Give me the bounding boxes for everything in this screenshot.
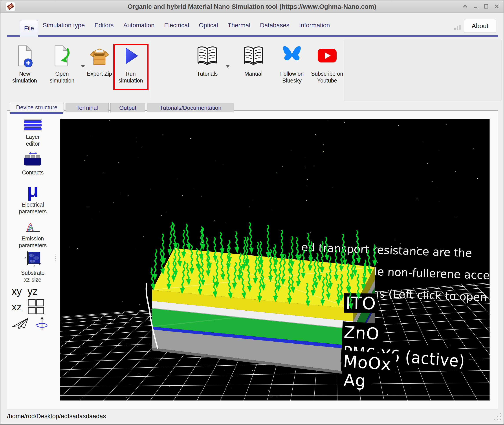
tutorials-dropdown-icon[interactable] (226, 65, 230, 68)
svg-text:x: x (24, 256, 26, 259)
main-panel: Layer editor Contacts μ Electrical param… (7, 110, 498, 409)
open-document-icon (52, 44, 73, 69)
sidebar-item-emission-parameters[interactable]: Emission parameters (11, 220, 55, 249)
menu-tab-automation[interactable]: Automation (123, 22, 155, 29)
minimize-icon[interactable] (472, 3, 479, 10)
layer-label-ag: Ag (343, 371, 366, 390)
toolbar-button-label: Export Zip (82, 70, 117, 77)
maximize-icon[interactable] (483, 3, 490, 10)
layer-labels: ITO ZnO PM6:Y6 (active) MoOx (341, 293, 470, 391)
open-book-icon (196, 44, 219, 69)
ribbon-menubar: File Simulation type Editors Automation … (0, 13, 504, 38)
device-3d-viewport[interactable]: ed transport resistance are the s for st… (60, 119, 490, 401)
device-3d-scene[interactable]: ed transport resistance are the s for st… (60, 119, 490, 401)
toolbar-button-label: Subscribe on Youtube (310, 70, 345, 84)
sidebar-item-label: Contacts (11, 169, 55, 176)
menu-tab-thermal[interactable]: Thermal (228, 22, 250, 29)
ribbon-right-panel (344, 40, 502, 101)
toolbar-separator (150, 40, 150, 100)
tab-terminal[interactable]: Terminal (66, 103, 109, 113)
view-buttons-row-1: xy yz (12, 285, 38, 297)
follow-bluesky-button[interactable]: Follow on Bluesky (274, 44, 310, 91)
substrate-image-icon: x z (24, 252, 42, 267)
view-yz-button[interactable]: yz (27, 285, 38, 297)
new-document-icon (14, 44, 35, 69)
rotate-axis-icon[interactable] (36, 316, 48, 331)
bluesky-butterfly-icon (281, 44, 303, 69)
panel-splitter-handle[interactable] (55, 254, 57, 262)
tutorials-button[interactable]: Tutorials (190, 44, 225, 91)
open-simulation-button[interactable]: Open simulation (44, 44, 80, 91)
manual-button[interactable]: Manual (236, 44, 271, 91)
shade-window-icon[interactable] (462, 3, 468, 10)
sidebar-item-label: Substrate xz-size (17, 269, 48, 283)
menu-tab-simulation-type[interactable]: Simulation type (43, 22, 85, 29)
contacts-icon (24, 152, 42, 167)
about-button[interactable]: About (464, 19, 496, 33)
active-tab-underline (10, 112, 63, 114)
view-xz-button[interactable]: xz (12, 301, 22, 313)
window-title: Organic and hybrid Material Nano Simulat… (0, 0, 504, 13)
youtube-icon (317, 44, 338, 69)
window-bottom-border (0, 424, 504, 425)
toolbar-button-label: Follow on Bluesky (274, 70, 310, 84)
status-bar: /home/rod/Desktop/adfsadasdaadas (0, 410, 504, 424)
tab-output[interactable]: Output (110, 103, 145, 113)
menu-tab-databases[interactable]: Databases (260, 22, 290, 29)
signal-bars-icon (454, 24, 462, 30)
toolbar-button-label: Manual (236, 70, 271, 77)
sidebar-item-label: Layer editor (19, 133, 47, 147)
menu-tab-information[interactable]: Information (299, 22, 330, 29)
menu-tab-optical[interactable]: Optical (199, 22, 218, 29)
new-simulation-button[interactable]: New simulation (7, 44, 42, 91)
menu-tab-editors[interactable]: Editors (94, 22, 113, 29)
simulation-path: /home/rod/Desktop/adfsadasdaadas (7, 413, 106, 420)
svg-text:z: z (34, 264, 35, 267)
sidebar-item-substrate-xz-size[interactable]: x z Substrate xz-size (11, 252, 55, 283)
app-window: Organic and hybrid Material Nano Simulat… (0, 0, 504, 425)
menu-tab-file[interactable]: File (20, 20, 38, 37)
title-bar: Organic and hybrid Material Nano Simulat… (0, 0, 504, 13)
view-buttons-row-2: xz (12, 299, 45, 315)
tab-tutorials-documentation[interactable]: Tutorials/Documentation (147, 103, 234, 113)
sidebar-item-electrical-parameters[interactable]: μ Electrical parameters (11, 181, 55, 215)
view-buttons-row-3 (12, 316, 48, 331)
layer-editor-icon (24, 119, 42, 131)
export-zip-button[interactable]: Export Zip (82, 44, 117, 91)
mu-icon: μ (11, 181, 55, 199)
tab-device-structure[interactable]: Device structure (10, 102, 64, 113)
view-xy-button[interactable]: xy (12, 285, 22, 297)
sidebar-item-label: Electrical parameters (15, 201, 50, 215)
toolbar-button-label: Open simulation (44, 70, 80, 84)
zip-box-icon (89, 44, 110, 69)
resize-grip[interactable] (492, 413, 502, 423)
document-tabs: Device structure Terminal Output Tutoria… (0, 102, 504, 113)
subscribe-youtube-button[interactable]: Subscribe on Youtube (310, 44, 345, 91)
open-book-icon (242, 44, 265, 69)
run-simulation-highlight-box (113, 44, 148, 90)
sidebar-item-contacts[interactable]: Contacts (11, 152, 55, 176)
emission-spectrum-icon (26, 220, 40, 232)
paper-plane-icon[interactable] (12, 317, 29, 330)
menu-tab-electrical[interactable]: Electrical (164, 22, 189, 29)
toolbar-button-label: New simulation (7, 70, 42, 84)
sidebar-item-layer-editor[interactable]: Layer editor (11, 119, 55, 147)
toolbar-button-label: Tutorials (190, 70, 225, 77)
ribbon-toolbar: New simulation Open simulation Exp (0, 38, 504, 102)
four-pane-grid-icon[interactable] (27, 299, 45, 315)
sidebar-item-label: Emission parameters (15, 235, 50, 249)
ribbon-accent-line (7, 35, 498, 37)
close-icon[interactable] (493, 3, 500, 10)
